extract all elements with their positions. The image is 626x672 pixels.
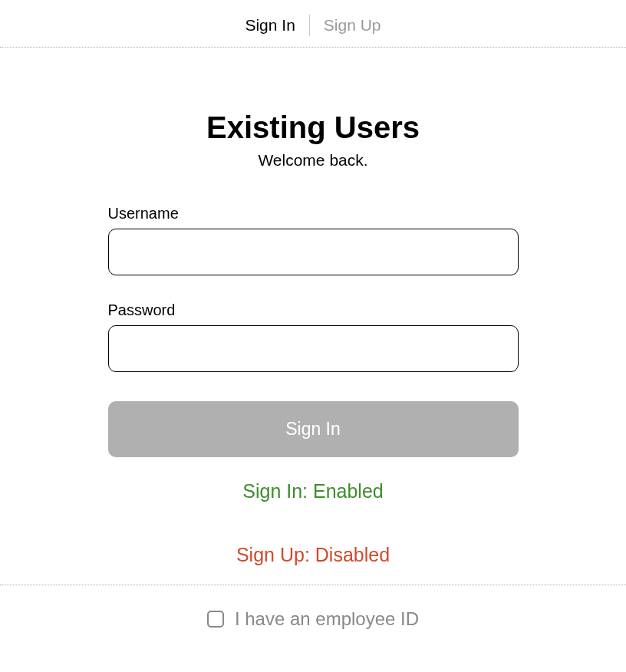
employee-checkbox[interactable] xyxy=(207,611,224,628)
form-title: Existing Users xyxy=(0,110,626,145)
password-input[interactable] xyxy=(108,325,519,372)
tab-signup[interactable]: Sign Up xyxy=(310,14,395,36)
signin-form: Existing Users Welcome back. Username Pa… xyxy=(0,48,626,566)
form-subtitle: Welcome back. xyxy=(0,151,626,170)
password-label: Password xyxy=(108,301,519,319)
username-label: Username xyxy=(108,205,519,222)
signup-status: Sign Up: Disabled xyxy=(108,544,519,566)
username-input[interactable] xyxy=(108,229,519,275)
tab-bar: Sign In Sign Up xyxy=(0,0,626,48)
signin-status: Sign In: Enabled xyxy=(108,480,519,502)
tab-signin[interactable]: Sign In xyxy=(231,14,308,36)
signin-button[interactable]: Sign In xyxy=(108,401,519,457)
employee-row: I have an employee ID xyxy=(0,585,626,630)
employee-label: I have an employee ID xyxy=(235,608,419,630)
